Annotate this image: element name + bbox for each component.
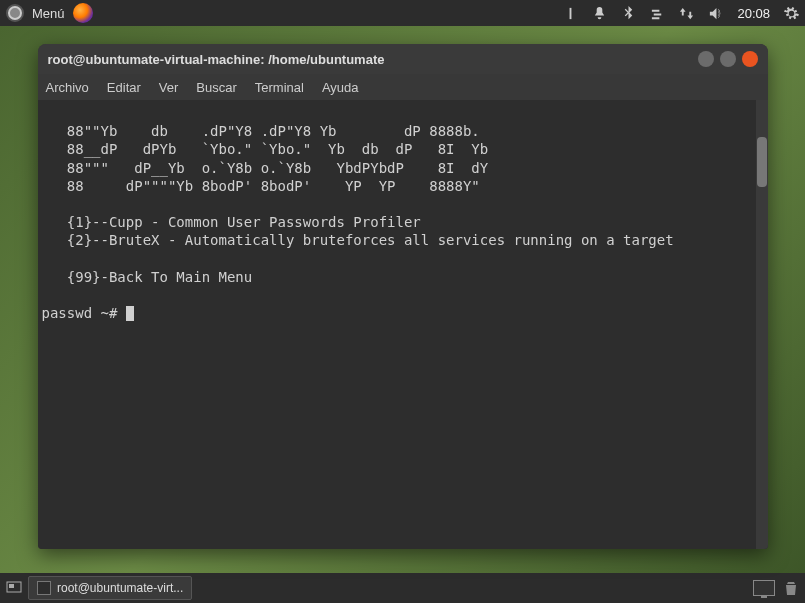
menu-archivo[interactable]: Archivo xyxy=(46,80,89,95)
terminal-icon xyxy=(37,581,51,595)
trash-icon[interactable] xyxy=(783,580,799,596)
ascii-art: 88""Yb db .dP"Y8 .dP"Y8 Yb dP 8888b. 88_… xyxy=(42,123,489,194)
top-panel: Menú 20:08 xyxy=(0,0,805,26)
prompt: passwd ~# xyxy=(42,305,126,321)
top-panel-left: Menú xyxy=(6,3,93,23)
firefox-icon[interactable] xyxy=(73,3,93,23)
scrollbar[interactable] xyxy=(756,100,768,549)
desktop: root@ubuntumate-virtual-machine: /home/u… xyxy=(0,26,805,573)
clock[interactable]: 20:08 xyxy=(737,6,770,21)
taskbar-item-terminal[interactable]: root@ubuntumate-virt... xyxy=(28,576,192,600)
updown-icon[interactable] xyxy=(679,6,694,21)
menu-editar[interactable]: Editar xyxy=(107,80,141,95)
divider-icon xyxy=(563,6,578,21)
gear-icon[interactable] xyxy=(784,6,799,21)
window-controls xyxy=(698,51,758,67)
terminal-body[interactable]: 88""Yb db .dP"Y8 .dP"Y8 Yb dP 8888b. 88_… xyxy=(38,100,768,549)
volume-icon[interactable] xyxy=(708,6,723,21)
svg-rect-2 xyxy=(9,584,14,588)
cursor xyxy=(126,306,134,321)
maximize-button[interactable] xyxy=(720,51,736,67)
svg-rect-0 xyxy=(570,7,572,18)
show-desktop-icon[interactable] xyxy=(6,580,22,596)
ubuntu-logo-icon[interactable] xyxy=(6,4,24,22)
menu-ayuda[interactable]: Ayuda xyxy=(322,80,359,95)
bluetooth-icon[interactable] xyxy=(621,6,636,21)
menu-terminal[interactable]: Terminal xyxy=(255,80,304,95)
titlebar[interactable]: root@ubuntumate-virtual-machine: /home/u… xyxy=(38,44,768,74)
taskbar-right xyxy=(753,580,799,596)
display-icon[interactable] xyxy=(753,580,775,596)
option-1: {1}--Cupp - Common User Passwords Profil… xyxy=(42,214,421,230)
option-2: {2}--BruteX - Automatically bruteforces … xyxy=(42,232,674,248)
bottom-panel: root@ubuntumate-virt... xyxy=(0,573,805,603)
menubar: Archivo Editar Ver Buscar Terminal Ayuda xyxy=(38,74,768,100)
bell-icon[interactable] xyxy=(592,6,607,21)
window-title: root@ubuntumate-virtual-machine: /home/u… xyxy=(48,52,698,67)
top-panel-right: 20:08 xyxy=(563,6,799,21)
menu-ver[interactable]: Ver xyxy=(159,80,179,95)
scroll-thumb[interactable] xyxy=(757,137,767,187)
menu-label[interactable]: Menú xyxy=(32,6,65,21)
close-button[interactable] xyxy=(742,51,758,67)
terminal-window: root@ubuntumate-virtual-machine: /home/u… xyxy=(38,44,768,549)
network-icon[interactable] xyxy=(650,6,665,21)
menu-buscar[interactable]: Buscar xyxy=(196,80,236,95)
minimize-button[interactable] xyxy=(698,51,714,67)
taskbar-item-label: root@ubuntumate-virt... xyxy=(57,581,183,595)
option-99: {99}-Back To Main Menu xyxy=(42,269,253,285)
